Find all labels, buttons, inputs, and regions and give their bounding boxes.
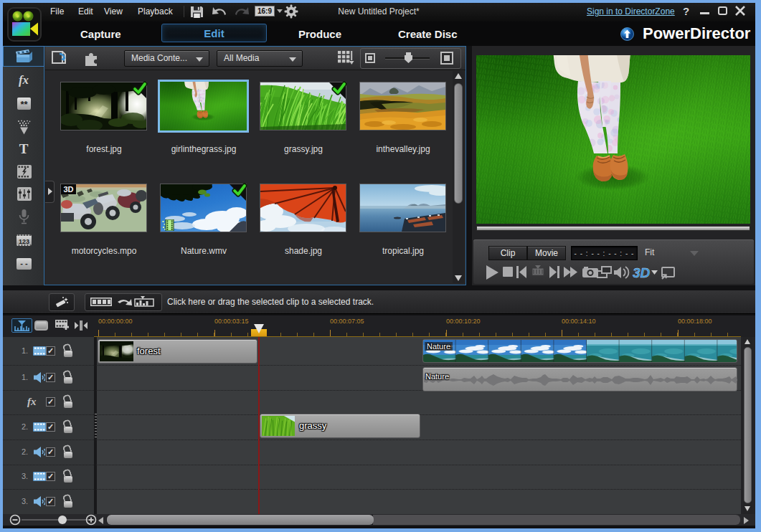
svg-text:3D: 3D — [633, 265, 651, 280]
